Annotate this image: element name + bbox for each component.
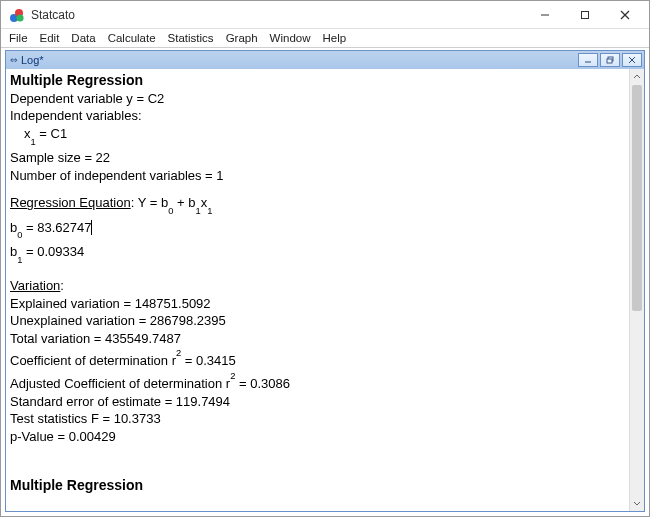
maximize-button[interactable] xyxy=(565,2,605,28)
regression-equation-label: Regression Equation xyxy=(10,195,131,210)
scroll-down-button[interactable] xyxy=(630,495,644,511)
b1-value: = 0.09334 xyxy=(22,244,84,259)
total-variation-line: Total variation = 435549.7487 xyxy=(10,330,628,348)
menu-statistics[interactable]: Statistics xyxy=(162,31,220,45)
eq-b0-sub: 0 xyxy=(168,206,173,216)
app-window: Statcato File Edit Data Calculate Statis… xyxy=(0,0,650,517)
eq-text-1: : Y = b xyxy=(131,195,168,210)
text-cursor xyxy=(91,220,92,234)
log-titlebar[interactable]: ⇔ Log* xyxy=(6,51,644,69)
r2-line: Coefficient of determination r2 = 0.3415 xyxy=(10,351,628,370)
menu-calculate[interactable]: Calculate xyxy=(102,31,162,45)
restore-arrows-icon: ⇔ xyxy=(10,55,18,65)
adj-r2-val: = 0.3086 xyxy=(235,376,290,391)
svg-rect-9 xyxy=(607,59,612,63)
mdi-close-button[interactable] xyxy=(622,53,642,67)
minimize-button[interactable] xyxy=(525,2,565,28)
menu-data[interactable]: Data xyxy=(65,31,101,45)
independent-variable-1: x1 = C1 xyxy=(10,125,628,145)
mdi-area: ⇔ Log* Multiple Regression Dependent var… xyxy=(1,48,649,516)
b1-sub: 1 xyxy=(17,255,22,265)
eq-text-2: + b xyxy=(173,195,195,210)
svg-rect-4 xyxy=(582,11,589,18)
b0-line: b0 = 83.62747 xyxy=(10,219,628,239)
adj-r2-sup: 2 xyxy=(230,371,235,381)
menubar: File Edit Data Calculate Statistics Grap… xyxy=(1,29,649,48)
menu-edit[interactable]: Edit xyxy=(34,31,66,45)
scroll-up-button[interactable] xyxy=(630,69,644,85)
menu-graph[interactable]: Graph xyxy=(220,31,264,45)
f-stat-line: Test statistics F = 10.3733 xyxy=(10,410,628,428)
unexplained-variation-line: Unexplained variation = 286798.2395 xyxy=(10,312,628,330)
log-window: ⇔ Log* Multiple Regression Dependent var… xyxy=(5,50,645,512)
independent-variables-label: Independent variables: xyxy=(10,107,628,125)
eq-x-sub: 1 xyxy=(207,206,212,216)
r2-pre: Coefficient of determination r xyxy=(10,353,176,368)
app-title: Statcato xyxy=(31,8,525,22)
section-heading-2: Multiple Regression xyxy=(10,476,628,495)
explained-variation-line: Explained variation = 148751.5092 xyxy=(10,295,628,313)
scroll-track[interactable] xyxy=(630,85,644,495)
mdi-restore-button[interactable] xyxy=(600,53,620,67)
titlebar: Statcato xyxy=(1,1,649,29)
variation-colon: : xyxy=(60,278,64,293)
log-window-title: Log* xyxy=(21,54,576,66)
r2-val: = 0.3415 xyxy=(181,353,236,368)
x-sub: 1 xyxy=(31,137,36,147)
x-eq: = C1 xyxy=(36,126,67,141)
b1-line: b1 = 0.09334 xyxy=(10,243,628,263)
x-label: x xyxy=(24,126,31,141)
app-icon xyxy=(9,7,25,23)
close-button[interactable] xyxy=(605,2,645,28)
svg-point-2 xyxy=(16,14,23,21)
menu-help[interactable]: Help xyxy=(317,31,353,45)
log-content[interactable]: Multiple Regression Dependent variable y… xyxy=(10,71,628,509)
mdi-minimize-button[interactable] xyxy=(578,53,598,67)
menu-window[interactable]: Window xyxy=(264,31,317,45)
section-heading: Multiple Regression xyxy=(10,71,628,90)
variation-label: Variation xyxy=(10,278,60,293)
variation-heading: Variation: xyxy=(10,277,628,295)
p-value-line: p-Value = 0.00429 xyxy=(10,428,628,446)
adj-r2-pre: Adjusted Coefficient of determination r xyxy=(10,376,230,391)
num-indep-line: Number of independent variables = 1 xyxy=(10,167,628,185)
adj-r2-line: Adjusted Coefficient of determination r2… xyxy=(10,374,628,393)
regression-equation-line: Regression Equation: Y = b0 + b1x1 xyxy=(10,194,628,214)
eq-b1-sub: 1 xyxy=(195,206,200,216)
b0-value: = 83.62747 xyxy=(22,220,91,235)
vertical-scrollbar[interactable] xyxy=(629,69,644,511)
sample-size-line: Sample size = 22 xyxy=(10,149,628,167)
b0-sub: 0 xyxy=(17,230,22,240)
dependent-variable-line: Dependent variable y = C2 xyxy=(10,90,628,108)
log-body: Multiple Regression Dependent variable y… xyxy=(6,69,644,511)
scroll-thumb[interactable] xyxy=(632,85,642,311)
std-err-line: Standard error of estimate = 119.7494 xyxy=(10,393,628,411)
menu-file[interactable]: File xyxy=(3,31,34,45)
r2-sup: 2 xyxy=(176,348,181,358)
